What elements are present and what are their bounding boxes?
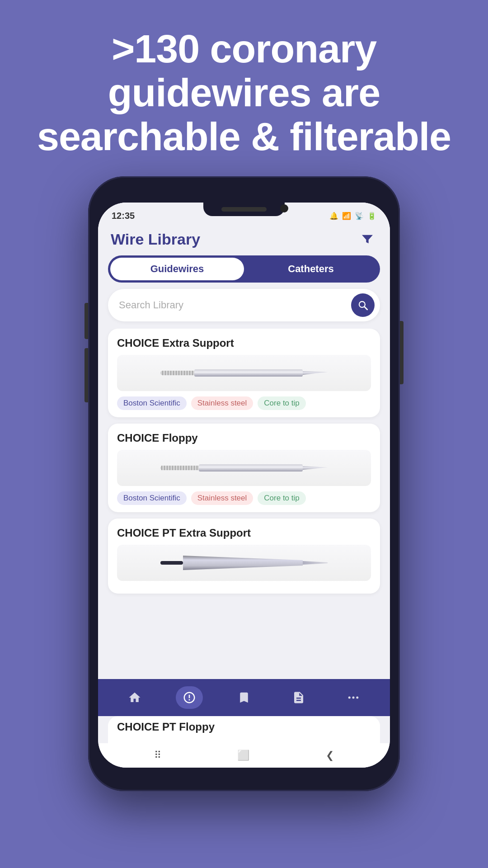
battery-icon: 🔋 [367, 212, 376, 220]
search-button[interactable] [351, 293, 375, 317]
app-container: 12:35 🔔 📶 📡 🔋 Wire Library [98, 203, 390, 768]
svg-marker-35 [183, 556, 303, 570]
wire-name-4: CHOICE PT Floppy [117, 721, 371, 733]
wire-card-1[interactable]: CHOICE Extra Support [108, 329, 380, 417]
status-icons: 🔔 📶 📡 🔋 [329, 212, 376, 220]
signal-icon: 📡 [355, 212, 364, 220]
svg-rect-15 [194, 369, 303, 377]
nav-back-icon[interactable]: ❮ [326, 750, 334, 761]
svg-rect-2 [160, 371, 197, 375]
nav-home-icon[interactable]: ⬜ [237, 750, 249, 761]
alarm-icon: 🔔 [329, 212, 338, 220]
tag-manufacturer-1: Boston Scientific [117, 396, 187, 410]
wire-name-3: CHOICE PT Extra Support [117, 527, 371, 539]
nav-menu-icon[interactable]: ⠿ [154, 750, 161, 761]
wire-name-1: CHOICE Extra Support [117, 337, 371, 349]
tag-construction-1: Core to tip [258, 396, 305, 410]
wire-image-1 [117, 355, 371, 391]
wire-card-4-partial[interactable]: CHOICE PT Floppy [108, 716, 380, 743]
hero-title: >130 coronary guidewires are searchable … [27, 27, 461, 158]
volume-up-button [84, 303, 88, 339]
bottom-navigation [98, 679, 390, 716]
phone-mockup: 12:35 🔔 📶 📡 🔋 Wire Library [88, 176, 400, 791]
system-nav-bar: ⠿ ⬜ ❮ [98, 743, 390, 768]
wire-image-3 [117, 545, 371, 581]
svg-point-37 [348, 697, 351, 699]
nav-bookmarks[interactable] [230, 686, 258, 709]
tag-material-1: Stainless steel [191, 396, 253, 410]
tab-catheters[interactable]: Catheters [244, 258, 378, 280]
wifi-icon: 📶 [342, 212, 351, 220]
volume-down-button [84, 348, 88, 402]
tab-guidewires[interactable]: Guidewires [110, 258, 244, 280]
phone-screen: 12:35 🔔 📶 📡 🔋 Wire Library [98, 203, 390, 768]
status-time: 12:35 [112, 211, 135, 221]
svg-point-39 [357, 697, 359, 699]
nav-notes[interactable] [285, 686, 312, 709]
nav-more[interactable] [340, 686, 367, 709]
tag-manufacturer-2: Boston Scientific [117, 491, 187, 505]
hero-section: >130 coronary guidewires are searchable … [0, 0, 488, 176]
svg-line-1 [365, 307, 367, 310]
tab-bar: Guidewires Catheters [108, 255, 380, 283]
svg-marker-16 [303, 371, 328, 375]
nav-home[interactable] [121, 686, 148, 709]
app-title: Wire Library [111, 231, 200, 248]
nav-wire-library[interactable] [176, 686, 203, 709]
filter-button[interactable] [357, 229, 377, 249]
wire-card-2[interactable]: CHOICE Floppy [108, 424, 380, 512]
wire-image-2 [117, 450, 371, 486]
wire-list: CHOICE Extra Support [98, 329, 390, 679]
svg-marker-36 [303, 561, 328, 565]
tag-construction-2: Core to tip [258, 491, 305, 505]
svg-rect-32 [199, 464, 303, 472]
tag-material-2: Stainless steel [191, 491, 253, 505]
app-header: Wire Library [98, 225, 390, 254]
search-bar[interactable]: Search Library [108, 289, 380, 321]
svg-rect-34 [160, 561, 183, 565]
svg-marker-33 [303, 466, 328, 470]
search-input[interactable]: Search Library [119, 299, 351, 311]
wire-name-2: CHOICE Floppy [117, 432, 371, 444]
wire-tags-1: Boston Scientific Stainless steel Core t… [117, 396, 371, 410]
phone-speaker [221, 207, 267, 212]
wire-tags-2: Boston Scientific Stainless steel Core t… [117, 491, 371, 505]
power-button [400, 321, 404, 384]
wire-card-3[interactable]: CHOICE PT Extra Support [108, 519, 380, 594]
svg-point-38 [352, 697, 355, 699]
